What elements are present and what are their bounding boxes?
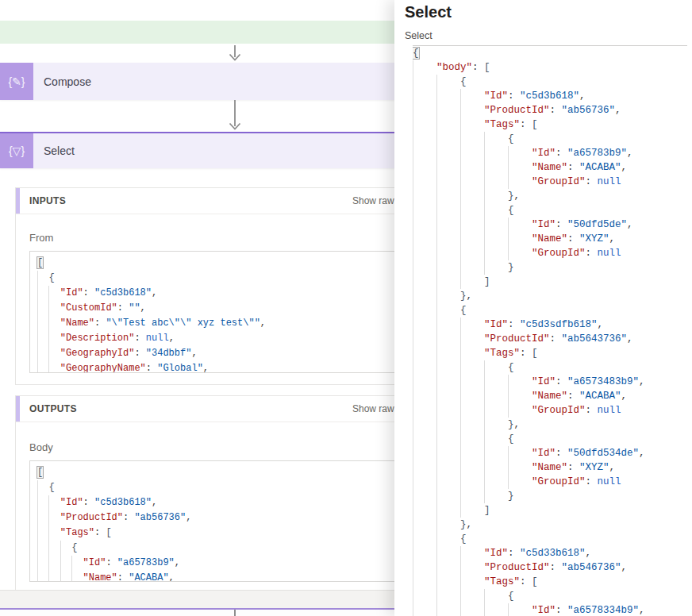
- code-line: "Tags": [: [413, 575, 687, 589]
- code-line: }: [413, 260, 687, 275]
- code-line: {: [413, 589, 687, 603]
- code-line: },: [413, 189, 687, 203]
- inputs-panel-body: From [{"Id": "c5d3b618","CustomId": "","…: [16, 214, 394, 384]
- code-line: "Id": "a65783b9",: [413, 146, 687, 160]
- code-line: "ProductId": "ab56736",: [413, 103, 687, 117]
- code-line: {: [413, 46, 687, 60]
- select-json-editor[interactable]: {"body": [{"Id": "c5d3b618","ProductId":…: [413, 45, 687, 616]
- previous-action-card[interactable]: [0, 21, 394, 44]
- code-line: {: [37, 271, 394, 286]
- code-line: {: [413, 432, 687, 446]
- code-line: }: [413, 489, 687, 503]
- code-line: {: [37, 480, 394, 495]
- code-line: "Id": "50dfd534de",: [413, 446, 687, 460]
- select-card-title: Select: [33, 133, 75, 168]
- outputs-json-viewer: [{"Id": "c5d3b618","ProductId": "ab56736…: [29, 460, 394, 582]
- code-line: "Name": "ACABA",: [413, 160, 687, 175]
- code-line: "Description": null,: [37, 331, 394, 346]
- code-line: "GroupId": null: [413, 403, 687, 418]
- connector-line: [234, 610, 236, 616]
- select-details-pane: Select Select {"body": [{"Id": "c5d3b618…: [394, 0, 692, 616]
- code-line: [: [37, 256, 394, 271]
- code-line: "Tags": [: [413, 117, 687, 132]
- code-line: "Name": "\"Test abc\"\" xyz test\"",: [37, 316, 394, 331]
- pane-title: Select: [405, 3, 452, 21]
- code-line: "Id": "c5d3b618",: [413, 89, 687, 103]
- code-line: "body": [: [413, 60, 687, 75]
- code-line: "Id": "a6578334b9",: [413, 603, 687, 616]
- from-field-label: From: [29, 232, 394, 244]
- code-line: "Id": "c5d33b618",: [413, 546, 687, 560]
- code-line: "CustomId": "",: [37, 301, 394, 316]
- code-line: "Id": "c5d3sdfb618",: [413, 318, 687, 332]
- code-line: },: [413, 518, 687, 532]
- canvas-background: [0, 591, 394, 608]
- compose-action-card[interactable]: {✎} Compose: [0, 63, 394, 100]
- code-line: "ProductId": "ab56736",: [37, 510, 394, 526]
- code-line: "Name": "ACABA",: [413, 389, 687, 403]
- code-line: "Tags": [: [413, 346, 687, 360]
- code-line: "GroupId": null: [413, 246, 687, 260]
- code-line: "Name": "XYZ",: [413, 232, 687, 246]
- select-action-card[interactable]: {▽} Select: [0, 132, 394, 168]
- code-line: },: [413, 289, 687, 303]
- code-line: "ProductId": "ab5643736",: [413, 332, 687, 346]
- code-line: "Id": "c5d3b618",: [37, 286, 394, 301]
- inputs-json-viewer: [{"Id": "c5d3b618","CustomId": "","Name"…: [29, 251, 394, 373]
- code-line: [: [37, 465, 394, 480]
- code-line: "GeographyId": "34dbbf",: [37, 346, 394, 361]
- down-arrow-icon: [228, 100, 242, 134]
- code-line: "Name": "XYZ",: [413, 460, 687, 475]
- power-automate-flow-screen: {✎} Compose {▽} Select INPUTS Show raw: [0, 0, 692, 616]
- code-line: "Tags": [: [37, 526, 394, 541]
- select-icon-glyph: {▽}: [9, 144, 25, 157]
- inputs-panel-header: INPUTS Show raw: [16, 188, 394, 214]
- inputs-panel: INPUTS Show raw From [{"Id": "c5d3b618",…: [15, 187, 394, 385]
- code-line: "Id": "50dfd5de",: [413, 218, 687, 232]
- code-line: {: [413, 360, 687, 375]
- body-field-label: Body: [29, 441, 394, 453]
- code-line: ]: [413, 503, 687, 518]
- outputs-panel: OUTPUTS Show raw o Body [{"Id": "c5d3b61…: [15, 395, 394, 594]
- inputs-panel-title: INPUTS: [29, 195, 66, 206]
- code-line: },: [413, 418, 687, 432]
- code-line: {: [413, 303, 687, 318]
- outputs-panel-body: Body [{"Id": "c5d3b618","ProductId": "ab…: [16, 422, 394, 593]
- code-line: "Name": "ACABA",: [37, 571, 394, 582]
- compose-braces-pencil-icon: {✎}: [0, 63, 33, 100]
- show-raw-inputs-link[interactable]: Show raw: [352, 195, 394, 206]
- code-line: "GroupId": null: [413, 475, 687, 489]
- outputs-panel-header: OUTPUTS Show raw o: [16, 396, 394, 422]
- code-line: {: [413, 203, 687, 218]
- code-line: "ProductId": "ab546736",: [413, 560, 687, 575]
- code-line: {: [413, 132, 687, 146]
- outputs-accent-bar: [16, 396, 20, 422]
- code-line: ]: [413, 275, 687, 289]
- code-line: "Id": "c5d3b618",: [37, 495, 394, 510]
- compose-card-title: Compose: [33, 63, 91, 100]
- code-line: {: [413, 532, 687, 546]
- select-field-label: Select: [405, 30, 432, 41]
- select-braces-funnel-icon: {▽}: [0, 133, 33, 168]
- code-line: "Id": "a6573483b9",: [413, 375, 687, 389]
- code-line: "GroupId": null: [413, 175, 687, 189]
- code-line: {: [37, 541, 394, 556]
- outputs-panel-title: OUTPUTS: [29, 403, 77, 414]
- code-line: "Id": "a65783b9",: [37, 556, 394, 571]
- code-line: "GeographyName": "Global",: [37, 361, 394, 373]
- flow-editor-canvas: {✎} Compose {▽} Select INPUTS Show raw: [0, 0, 394, 616]
- flow-canvas: {✎} Compose {▽} Select INPUTS Show raw: [0, 0, 394, 616]
- compose-icon-glyph: {✎}: [8, 75, 25, 88]
- next-action-card[interactable]: [0, 608, 394, 616]
- code-line: {: [413, 75, 687, 89]
- show-raw-outputs-link[interactable]: Show raw o: [352, 403, 394, 414]
- inputs-accent-bar: [16, 188, 20, 214]
